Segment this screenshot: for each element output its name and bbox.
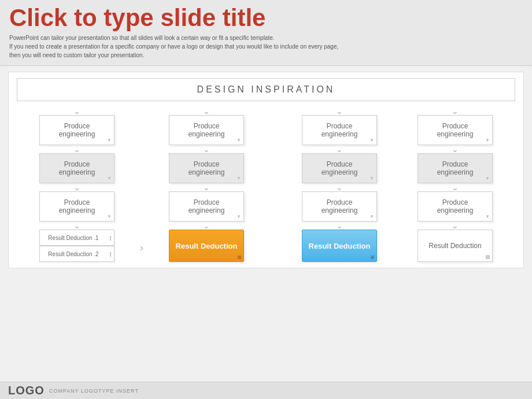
chevron-1-2: ⌄ xyxy=(72,184,82,190)
chevron-2-2: ⌄ xyxy=(201,184,212,190)
split-box-top[interactable]: Result Deduction .1 ‖ xyxy=(39,230,114,246)
slide-title[interactable]: Click to type slide title xyxy=(9,5,523,31)
box-4-3-label: Produceengineering xyxy=(434,196,477,217)
box-3-1-label: Produceengineering xyxy=(318,120,361,141)
box-3-3[interactable]: Produceengineering ▼ xyxy=(302,191,377,221)
main-content: DESIGN INSPIRATION ⌄ Produceengineering … xyxy=(8,72,524,268)
box-1-3[interactable]: Produceengineering ▼ xyxy=(39,191,114,221)
box-4-1[interactable]: Produceengineering ▼ xyxy=(418,115,493,145)
box-2-2[interactable]: Produceengineering ▼ xyxy=(169,153,244,183)
col-3: ⌄ Produceengineering ▼ ⌄ Produceengineer… xyxy=(282,107,397,262)
dropdown-indicator: ▼ xyxy=(237,138,241,143)
split-box-top-label: Result Deduction .1 xyxy=(45,232,109,243)
box-1-2-label: Produceengineering xyxy=(56,158,99,179)
logo: LOGO xyxy=(8,384,45,397)
box-2-1[interactable]: Produceengineering ▼ xyxy=(169,115,244,145)
box-2-3-label: Produceengineering xyxy=(185,196,228,217)
box-3-2-label: Produceengineering xyxy=(318,158,361,179)
box-4-2-label: Produceengineering xyxy=(434,158,477,179)
columns-area: ⌄ Produceengineering ▼ ⌄ Produceengineer… xyxy=(17,107,515,262)
chevron-4-0: ⌄ xyxy=(450,108,460,114)
chevron-2-1: ⌄ xyxy=(201,146,212,152)
chevron-2-0: ⌄ xyxy=(201,108,212,114)
chevron-right-separator: › xyxy=(135,107,149,262)
split-box-bottom[interactable]: Result Deduction .2 ‖ xyxy=(39,246,114,262)
box-1-3-label: Produceengineering xyxy=(56,196,99,217)
box-1-1[interactable]: Produceengineering ▼ xyxy=(39,115,114,145)
box-4-2[interactable]: Produceengineering ▼ xyxy=(418,153,493,183)
box-3-3-label: Produceengineering xyxy=(318,196,361,217)
box-2-2-label: Produceengineering xyxy=(185,158,228,179)
subtitle-line3: then you will need to custom tailor your… xyxy=(9,52,144,58)
chevron-1-1: ⌄ xyxy=(72,146,82,152)
subtitle-line1: PowerPoint can tailor your presentation … xyxy=(9,35,275,41)
chevron-4-3: ⌄ xyxy=(450,223,460,228)
dropdown-indicator: ▼ xyxy=(485,138,490,143)
box-3-1[interactable]: Produceengineering ▼ xyxy=(302,115,377,145)
col-1: ⌄ Produceengineering ▼ ⌄ Produceengineer… xyxy=(19,107,135,262)
dropdown-indicator: ▼ xyxy=(485,214,490,219)
chevron-1-3: ⌄ xyxy=(72,223,82,228)
orange-box-indicator xyxy=(238,256,241,259)
banner-text: DESIGN INSPIRATION xyxy=(197,84,335,94)
split-indicator-bottom: ‖ xyxy=(109,252,112,257)
dropdown-indicator: ▼ xyxy=(370,138,374,143)
chevron-3-3: ⌄ xyxy=(334,223,345,228)
blue-box-label: Result Deduction xyxy=(306,239,373,253)
chevron-4-2: ⌄ xyxy=(450,184,460,190)
dropdown-indicator: ▼ xyxy=(370,176,374,181)
chevron-1-0: ⌄ xyxy=(72,108,82,114)
plain-result-box[interactable]: Result Deduction xyxy=(418,230,493,262)
design-banner: DESIGN INSPIRATION xyxy=(17,78,515,101)
subtitle: PowerPoint can tailor your presentation … xyxy=(9,34,523,60)
col-4: ⌄ Produceengineering ▼ ⌄ Produceengineer… xyxy=(397,107,513,262)
dropdown-indicator: ▼ xyxy=(485,176,490,181)
subtitle-line2: If you need to create a presentation for… xyxy=(9,43,338,50)
blue-box[interactable]: Result Deduction xyxy=(302,230,377,262)
header: Click to type slide title PowerPoint can… xyxy=(0,0,532,66)
plain-box-indicator xyxy=(486,255,490,259)
box-1-2[interactable]: Produceengineering ▼ xyxy=(39,153,114,183)
orange-box[interactable]: Result Deduction xyxy=(169,230,244,262)
right-arrow: › xyxy=(135,242,149,254)
dropdown-indicator: ▼ xyxy=(237,176,241,181)
blue-box-indicator xyxy=(371,256,374,259)
box-2-3[interactable]: Produceengineering ▼ xyxy=(169,191,244,221)
gap-separator xyxy=(264,107,282,262)
chevron-2-3: ⌄ xyxy=(201,223,212,228)
box-3-2[interactable]: Produceengineering ▼ xyxy=(302,153,377,183)
dropdown-indicator: ▼ xyxy=(107,214,112,219)
chevron-3-2: ⌄ xyxy=(334,184,345,190)
split-indicator-top: ‖ xyxy=(109,235,112,241)
split-box-bottom-label: Result Deduction .2 xyxy=(45,249,109,260)
dropdown-indicator: ▼ xyxy=(107,138,112,143)
footer: LOGO COMPANY LOGOTYPE INSERT xyxy=(0,382,532,399)
dropdown-indicator: ▼ xyxy=(370,214,374,219)
dropdown-indicator: ▼ xyxy=(237,214,241,219)
box-2-1-label: Produceengineering xyxy=(185,120,228,141)
plain-result-label: Result Deduction xyxy=(426,239,483,252)
chevron-4-1: ⌄ xyxy=(450,146,460,152)
split-box-container: Result Deduction .1 ‖ Result Deduction .… xyxy=(39,230,114,262)
box-1-1-label: Produceengineering xyxy=(56,120,99,141)
col-2: ⌄ Produceengineering ▼ ⌄ Produceengineer… xyxy=(149,107,264,262)
chevron-3-1: ⌄ xyxy=(334,146,345,152)
chevron-3-0: ⌄ xyxy=(334,108,345,114)
orange-box-label: Result Deduction xyxy=(173,239,240,253)
logo-tagline: COMPANY LOGOTYPE INSERT xyxy=(49,388,139,394)
dropdown-indicator: ▼ xyxy=(107,176,112,181)
box-4-3[interactable]: Produceengineering ▼ xyxy=(418,191,493,221)
box-4-1-label: Produceengineering xyxy=(434,120,477,141)
